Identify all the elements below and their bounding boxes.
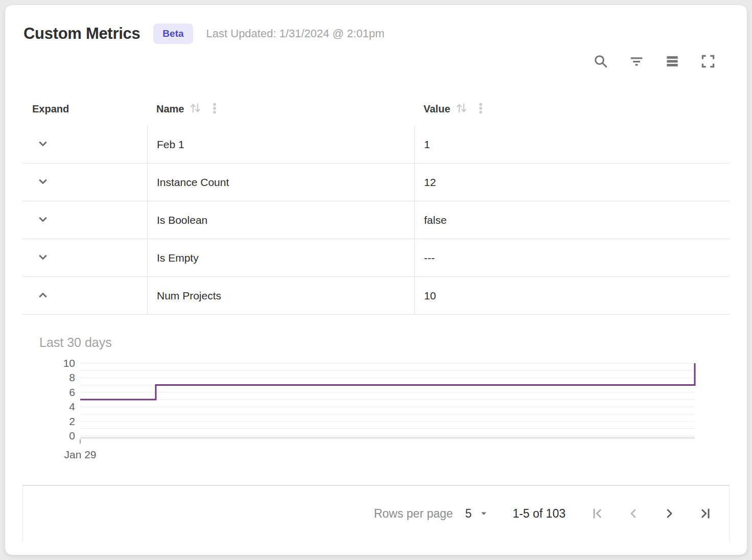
expand-row-button[interactable] xyxy=(36,174,50,190)
density-rows-icon xyxy=(665,54,680,69)
metric-chart: 0246810Jan 29 xyxy=(54,357,702,462)
sort-name-button[interactable] xyxy=(189,101,203,116)
rows-per-page-label: Rows per page xyxy=(374,507,453,521)
kebab-menu-icon xyxy=(474,102,487,116)
table-header-row: Expand Name xyxy=(22,92,730,126)
pager-controls xyxy=(590,506,713,521)
chevron-down-icon xyxy=(36,212,50,228)
chevron-down-icon xyxy=(36,250,50,266)
caret-down-icon xyxy=(480,507,488,521)
chart-title: Last 30 days xyxy=(22,335,730,350)
svg-text:2: 2 xyxy=(69,415,75,427)
column-header-value: Value xyxy=(414,101,730,116)
sort-value-button[interactable] xyxy=(455,101,469,116)
table-row: Is Empty --- xyxy=(22,239,730,277)
table-row: Instance Count 12 xyxy=(22,164,730,201)
table-row: Num Projects 10 xyxy=(22,277,730,315)
table-row: Feb 1 1 xyxy=(22,126,730,164)
metric-name: Feb 1 xyxy=(147,126,414,163)
collapse-row-button[interactable] xyxy=(36,288,50,304)
metric-name: Is Empty xyxy=(147,239,414,276)
expand-row-button[interactable] xyxy=(36,136,50,152)
column-header-expand: Expand xyxy=(22,103,147,115)
metric-name: Is Boolean xyxy=(147,201,414,239)
filter-button[interactable] xyxy=(628,53,645,69)
metric-value: 1 xyxy=(414,126,730,163)
value-column-menu-button[interactable] xyxy=(474,102,487,116)
svg-text:4: 4 xyxy=(69,401,75,412)
chevron-down-icon xyxy=(36,174,50,190)
fullscreen-icon xyxy=(700,54,716,69)
kebab-menu-icon xyxy=(208,102,221,116)
name-column-menu-button[interactable] xyxy=(208,102,221,116)
custom-metrics-card: Custom Metrics Beta Last Updated: 1/31/2… xyxy=(5,5,747,555)
fullscreen-button[interactable] xyxy=(700,53,716,69)
first-page-button[interactable] xyxy=(590,506,605,521)
metric-value: false xyxy=(414,201,730,239)
rows-per-page-value: 5 xyxy=(465,507,472,521)
last-page-button[interactable] xyxy=(697,506,713,521)
metric-value: --- xyxy=(414,239,730,276)
metric-name: Num Projects xyxy=(147,277,414,314)
svg-text:Jan 29: Jan 29 xyxy=(64,449,96,460)
beta-badge: Beta xyxy=(153,24,193,44)
search-icon xyxy=(593,54,608,69)
filter-list-icon xyxy=(629,54,644,69)
svg-text:6: 6 xyxy=(69,386,75,398)
sort-arrows-icon xyxy=(455,101,469,116)
card-header: Custom Metrics Beta Last Updated: 1/31/2… xyxy=(5,5,747,44)
column-header-name: Name xyxy=(147,101,414,116)
metrics-table: Expand Name xyxy=(22,92,730,315)
first-page-icon xyxy=(591,506,605,521)
page-title: Custom Metrics xyxy=(24,25,140,43)
svg-text:8: 8 xyxy=(69,371,75,383)
previous-page-button[interactable] xyxy=(626,506,641,521)
rows-per-page-select[interactable]: 5 xyxy=(465,507,488,521)
density-button[interactable] xyxy=(664,53,680,69)
last-page-icon xyxy=(698,506,712,521)
sort-arrows-icon xyxy=(189,101,203,116)
table-footer: Rows per page 5 1-5 of 103 xyxy=(22,485,730,541)
chart-area: 0246810Jan 29 xyxy=(54,357,730,464)
search-button[interactable] xyxy=(593,53,609,69)
metric-name: Instance Count xyxy=(147,164,414,201)
metric-value: 10 xyxy=(414,277,730,314)
last-updated-text: Last Updated: 1/31/2024 @ 2:01pm xyxy=(206,27,385,40)
expand-row-button[interactable] xyxy=(36,250,50,266)
svg-text:0: 0 xyxy=(69,430,75,441)
chevron-left-icon xyxy=(626,506,641,521)
chevron-up-icon xyxy=(36,288,50,304)
row-detail-panel: Last 30 days 0246810Jan 29 xyxy=(5,315,747,485)
chevron-down-icon xyxy=(36,136,50,152)
pagination-range: 1-5 of 103 xyxy=(512,507,566,521)
table-row: Is Boolean false xyxy=(22,201,730,239)
metric-value: 12 xyxy=(414,164,730,201)
next-page-button[interactable] xyxy=(662,506,677,521)
chevron-right-icon xyxy=(662,506,676,521)
expand-row-button[interactable] xyxy=(36,212,50,228)
svg-text:10: 10 xyxy=(63,357,75,369)
table-toolbar xyxy=(5,44,747,71)
